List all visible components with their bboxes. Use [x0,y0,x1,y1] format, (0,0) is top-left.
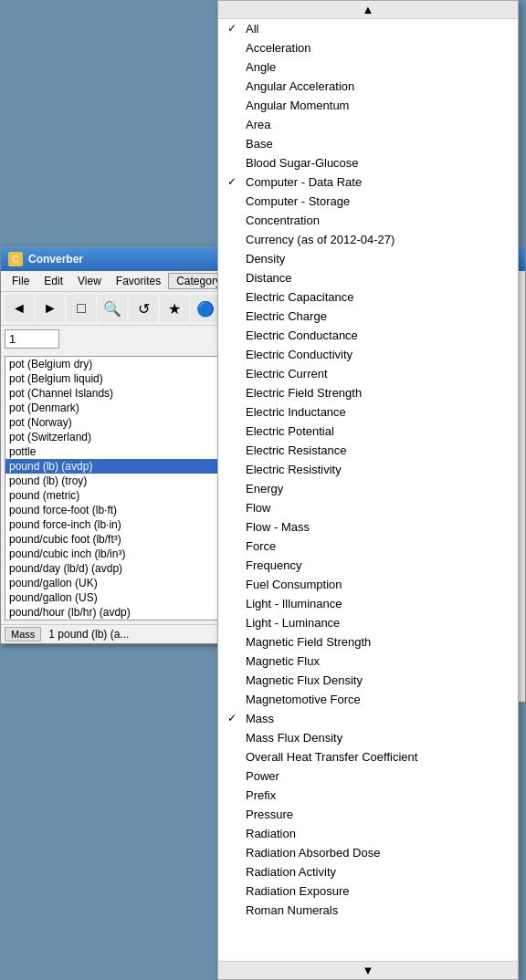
status-category: Mass [5,627,41,641]
scroll-up-icon: ▲ [363,3,374,16]
dropdown-item[interactable]: Magnetic Flux Density [218,671,518,690]
find-button[interactable]: 🔍 [98,295,127,322]
dropdown-item[interactable]: Angular Momentum [218,96,518,115]
menu-file[interactable]: File [5,273,37,289]
dropdown-item[interactable]: All [218,19,518,38]
favorites-button[interactable]: ★ [160,295,189,322]
dropdown-item[interactable]: Distance [218,268,518,287]
dropdown-item[interactable]: Light - Illuminance [218,594,518,613]
dropdown-item[interactable]: Magnetic Field Strength [218,632,518,652]
category-dropdown: ▲ AllAccelerationAngleAngular Accelerati… [217,0,519,980]
dropdown-item[interactable]: Flow [218,498,518,517]
dropdown-item[interactable]: Prefix [218,786,518,805]
dropdown-item[interactable]: Magnetic Flux [218,652,518,671]
dropdown-item[interactable]: Currency (as of 2012-04-27) [218,230,518,249]
dropdown-item[interactable]: Electric Potential [218,422,518,441]
dropdown-item[interactable]: Electric Inductance [218,402,518,422]
menu-favorites[interactable]: Favorites [109,273,168,289]
dropdown-item[interactable]: Roman Numerals [218,901,518,920]
menu-edit[interactable]: Edit [37,273,70,289]
dropdown-item[interactable]: Computer - Data Rate [218,172,518,192]
scroll-down-icon: ▼ [363,964,374,977]
value-input[interactable] [5,329,59,349]
dropdown-item[interactable]: Area [218,115,518,134]
dropdown-item[interactable]: Electric Charge [218,307,518,326]
dropdown-item[interactable]: Electric Capacitance [218,287,518,307]
dropdown-item[interactable]: Mass [218,709,518,728]
dropdown-item[interactable]: Flow - Mass [218,517,518,537]
dropdown-list: AllAccelerationAngleAngular Acceleration… [218,19,518,961]
dropdown-item[interactable]: Radiation Absorbed Dose [218,843,518,862]
refresh-button[interactable]: ↺ [129,295,158,322]
dropdown-item[interactable]: Electric Resistivity [218,460,518,479]
dropdown-item[interactable]: Computer - Storage [218,192,518,211]
dropdown-item[interactable]: Angle [218,57,518,77]
dropdown-item[interactable]: Electric Conductivity [218,345,518,364]
dropdown-item[interactable]: Radiation Exposure [218,881,518,901]
app-title: Converber [28,253,83,266]
dropdown-item[interactable]: Frequency [218,556,518,575]
dropdown-item[interactable]: Radiation Activity [218,862,518,881]
dropdown-item[interactable]: Electric Conductance [218,326,518,345]
scroll-up-button[interactable]: ▲ [218,1,518,19]
dropdown-item[interactable]: Magnetomotive Force [218,690,518,709]
dropdown-item[interactable]: Pressure [218,805,518,824]
dropdown-item[interactable]: Power [218,766,518,786]
dropdown-item[interactable]: Light - Luminance [218,613,518,632]
dropdown-item[interactable]: Electric Field Strength [218,383,518,402]
dropdown-item[interactable]: Blood Sugar-Glucose [218,153,518,172]
scroll-down-button[interactable]: ▼ [218,961,518,979]
dropdown-item[interactable]: Fuel Consumption [218,575,518,594]
status-value: 1 pound (lb) (a... [48,628,129,641]
dropdown-item[interactable]: Mass Flux Density [218,728,518,747]
dropdown-item[interactable]: Concentration [218,211,518,230]
dropdown-item[interactable]: Density [218,249,518,268]
copy-button[interactable]: □ [67,295,96,322]
back-button[interactable]: ◄ [5,295,34,322]
dropdown-item[interactable]: Electric Current [218,364,518,383]
dropdown-item[interactable]: Electric Resistance [218,441,518,460]
dropdown-item[interactable]: Base [218,134,518,153]
dropdown-item[interactable]: Radiation [218,824,518,843]
dropdown-item[interactable]: Acceleration [218,38,518,57]
dropdown-item[interactable]: Force [218,537,518,556]
dropdown-item[interactable]: Overall Heat Transfer Coefficient [218,747,518,766]
title-bar-left: C Converber [8,252,83,266]
forward-button[interactable]: ► [36,295,65,322]
app-icon-text: C [12,255,18,265]
app-icon: C [8,252,23,266]
dropdown-item[interactable]: Angular Acceleration [218,77,518,96]
menu-view[interactable]: View [70,273,109,289]
dropdown-item[interactable]: Energy [218,479,518,498]
online-button[interactable]: 🔵 [191,295,220,322]
